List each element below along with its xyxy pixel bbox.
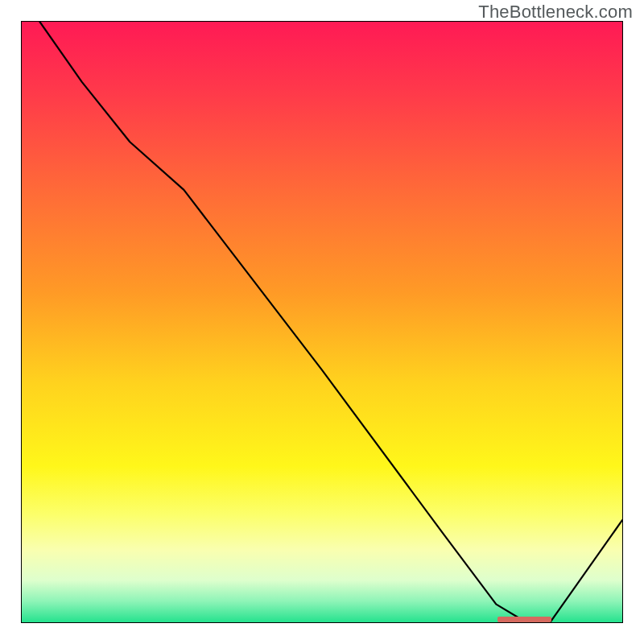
chart-container: TheBottleneck.com <box>0 0 644 644</box>
plot-area <box>21 21 623 623</box>
optimal-range-marker <box>497 617 551 622</box>
bottleneck-chart <box>22 22 622 622</box>
watermark-text: TheBottleneck.com <box>478 2 633 23</box>
gradient-background <box>22 22 622 622</box>
